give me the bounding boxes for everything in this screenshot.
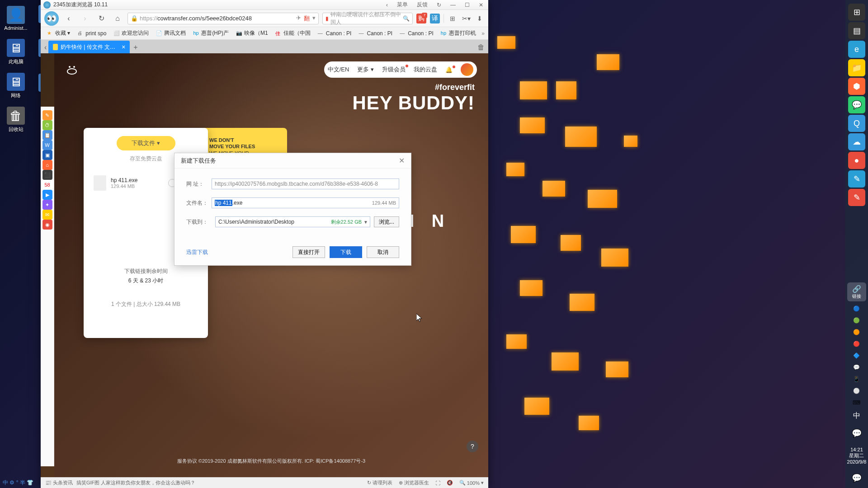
right-tray-2[interactable]: 🟠 [852, 328, 861, 337]
url-dropdown-icon[interactable]: ▾ [312, 14, 316, 23]
right-tool-8[interactable]: ● [848, 152, 865, 169]
download-confirm-button[interactable]: 下载 [330, 246, 362, 258]
bookmark-item-7[interactable]: —Canon : PI [315, 28, 354, 38]
sidebar-icon-10[interactable]: ✉ [42, 210, 52, 220]
download-file-button[interactable]: 下载文件 ▾ [117, 136, 175, 150]
browser-doctor-button[interactable]: ⊕ 浏览器医生 [399, 479, 429, 486]
dialog-close-button[interactable]: ✕ [399, 156, 405, 165]
url-input[interactable]: 🔒 https:// cowtransfer.com/s/5eee26bdce0… [127, 13, 319, 24]
search-input[interactable]: ▮ 钟南山哽咽说什么都压不倒中国人 🔍 [322, 13, 413, 24]
url-translate-icon[interactable]: 翻 [304, 14, 310, 23]
bookmark-item-4[interactable]: hp惠普(HP)产 [190, 28, 231, 38]
filename-field[interactable]: hp 411.exe 129.44 MB [212, 197, 399, 208]
sidebar-icon-6[interactable]: ⬛ [42, 170, 52, 180]
status-icon-1[interactable]: ⛶ [435, 480, 440, 486]
download-icon[interactable]: ⬇ [475, 14, 485, 23]
sidebar-icon-1[interactable]: ⏱ [42, 120, 52, 130]
desktop-icon[interactable]: 👤Administ... [2, 2, 29, 34]
url-action-icon[interactable]: ✈ [296, 14, 301, 23]
bookmark-item-9[interactable]: —Canon : PI [397, 28, 436, 38]
ime-indicator[interactable]: 中 ⚙ ° 半 👕 [0, 477, 36, 488]
right-tool-2[interactable]: e [848, 41, 865, 58]
right-tray-7[interactable]: ⚪ [852, 386, 861, 395]
upgrade-link[interactable]: 升级会员 [382, 66, 406, 74]
translate-icon[interactable]: 译 [430, 14, 440, 23]
reload-button[interactable]: ↻ [95, 12, 108, 25]
right-tool-9[interactable]: ✎ [848, 170, 865, 188]
sidebar-icon-4[interactable]: ▣ [42, 150, 52, 160]
back-button[interactable]: ‹ [62, 12, 75, 25]
sidebar-icon-7[interactable]: 58 [42, 180, 52, 190]
refresh-icon[interactable]: ↻ [434, 2, 443, 8]
right-tray-6[interactable]: 📱 [852, 375, 861, 384]
tab-add-button[interactable]: + [130, 42, 141, 53]
user-avatar[interactable] [461, 63, 473, 76]
right-tool-1[interactable]: ▤ [848, 22, 865, 39]
mute-icon[interactable]: 🔇 [447, 480, 453, 486]
close-window-button[interactable]: ✕ [476, 2, 486, 8]
zoom-control[interactable]: 🔍 100% ▾ [459, 480, 484, 486]
bookmark-item-2[interactable]: ⬜欢迎您访问 [111, 28, 151, 38]
right-tool-4[interactable]: ⬢ [848, 78, 865, 95]
sidebar-icon-5[interactable]: ⌂ [42, 160, 52, 170]
maximize-button[interactable]: ☐ [462, 2, 472, 8]
right-tray-4[interactable]: 🔷 [852, 351, 861, 360]
bookmark-item-10[interactable]: hp惠普打印机 [438, 28, 479, 38]
right-link-button[interactable]: 🔗 链接 [847, 282, 866, 301]
notifications-icon[interactable]: 🔔 [445, 66, 453, 73]
clear-list-button[interactable]: ↻ 请理列表 [367, 479, 392, 486]
right-tray-8[interactable]: ⌨ [852, 398, 861, 407]
xunlei-download-link[interactable]: 迅雷下载 [186, 249, 208, 256]
right-tool-0[interactable]: ⊞ [848, 4, 865, 21]
tab-restore-icon[interactable]: 🗑 [476, 42, 486, 53]
headlines-link[interactable]: 📰 头条资讯 [45, 479, 73, 486]
right-tool-7[interactable]: ☁ [848, 133, 865, 150]
tab-close-button[interactable]: × [122, 43, 125, 51]
sidebar-icon-11[interactable]: ◉ [42, 220, 52, 230]
forward-button[interactable]: › [79, 12, 91, 25]
shopping-icon[interactable]: 购7 [416, 14, 426, 23]
right-tray-0[interactable]: 🔵 [852, 304, 861, 313]
right-tray-5[interactable]: 💬 [852, 363, 861, 372]
my-cloud-link[interactable]: 我的云盘 [414, 66, 437, 74]
minimize-button[interactable]: — [448, 2, 458, 8]
menu-button[interactable]: 菜单 [395, 1, 410, 9]
browse-button[interactable]: 浏览... [374, 216, 399, 227]
sidebar-icon-8[interactable]: ▶ [42, 190, 52, 200]
sidebar-icon-3[interactable]: W [42, 140, 52, 150]
tab-active[interactable]: 奶牛快传 | 传文件 文件下载不… × [48, 41, 130, 53]
more-menu[interactable]: 更多 ▾ [357, 66, 374, 74]
bookmark-item-3[interactable]: 📄腾讯文档 [153, 28, 189, 38]
language-toggle[interactable]: 中文/EN [328, 66, 349, 74]
right-tool-5[interactable]: 💬 [848, 96, 865, 113]
help-icon[interactable]: ? [467, 441, 478, 452]
path-dropdown-icon[interactable]: ▼ [363, 220, 368, 225]
desktop-icon[interactable]: 🗑回收站 [2, 104, 29, 136]
right-tool-3[interactable]: 📁 [848, 59, 865, 76]
bookmark-overflow[interactable]: » [481, 30, 485, 37]
path-field[interactable]: C:\Users\Administrator\Desktop 剩余22.52 G… [215, 216, 370, 227]
desktop-icon[interactable]: 🖥此电脑 [2, 36, 29, 68]
scissors-icon[interactable]: ✂▾ [461, 14, 471, 23]
feedback-button[interactable]: 反馈 [415, 1, 430, 9]
cowtransfer-logo-icon[interactable] [66, 63, 78, 76]
bookmark-item-8[interactable]: —Canon : PI [356, 28, 395, 38]
bookmark-item-5[interactable]: 📷映像（M1 [233, 28, 271, 38]
system-clock[interactable]: 14:21 星期二 2020/9/8 [846, 443, 868, 468]
bookmark-item-0[interactable]: ★收藏 ▾ [44, 28, 73, 38]
sidebar-icon-0[interactable]: ✎ [42, 110, 52, 120]
desktop-icon[interactable]: 🖥网络 [2, 70, 29, 102]
right-tool-6[interactable]: Q [848, 115, 865, 132]
bookmark-item-6[interactable]: 佳佳能（中国 [273, 28, 313, 38]
nav-left-small[interactable]: ‹ [384, 2, 390, 8]
bookmark-item-1[interactable]: 🖨print spo [75, 28, 109, 38]
sidebar-icon-9[interactable]: ✦ [42, 200, 52, 210]
url-field[interactable]: https://ip4002075766.mobgslb.tbcache.com… [212, 178, 399, 189]
cancel-button[interactable]: 取消 [367, 246, 399, 258]
apps-icon[interactable]: ⊞ [448, 14, 458, 23]
right-tray-3[interactable]: 🔴 [852, 339, 861, 348]
right-tray-1[interactable]: 🟢 [852, 316, 861, 325]
open-direct-button[interactable]: 直接打开 [292, 246, 325, 258]
tab-nav-left[interactable]: ‹ [42, 42, 48, 53]
status-news-text[interactable]: 搞笑GIF图 人家这样欺负你女朋友，你会这么激动吗？ [76, 479, 195, 486]
